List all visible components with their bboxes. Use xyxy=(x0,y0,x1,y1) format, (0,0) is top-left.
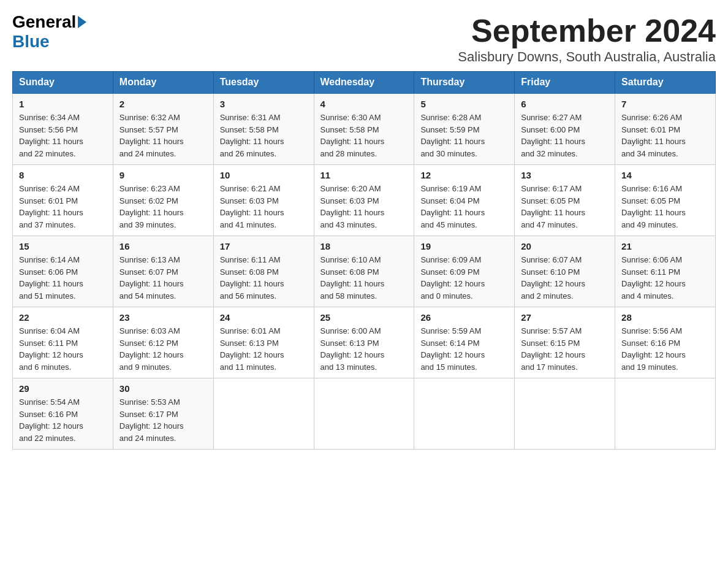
day-number: 27 xyxy=(521,312,609,323)
day-info: Sunrise: 6:16 AMSunset: 6:05 PMDaylight:… xyxy=(621,183,709,231)
day-info: Sunrise: 5:57 AMSunset: 6:15 PMDaylight:… xyxy=(521,325,609,373)
day-info: Sunrise: 6:23 AMSunset: 6:02 PMDaylight:… xyxy=(119,183,207,231)
calendar-cell: 14Sunrise: 6:16 AMSunset: 6:05 PMDayligh… xyxy=(615,165,716,236)
day-header-sunday: Sunday xyxy=(13,72,113,94)
day-number: 17 xyxy=(220,241,308,251)
calendar-week-2: 8Sunrise: 6:24 AMSunset: 6:01 PMDaylight… xyxy=(13,165,716,236)
calendar-cell: 5Sunrise: 6:28 AMSunset: 5:59 PMDaylight… xyxy=(414,93,515,165)
calendar-week-1: 1Sunrise: 6:34 AMSunset: 5:56 PMDaylight… xyxy=(13,93,716,165)
day-number: 7 xyxy=(621,99,709,109)
calendar-header-row: SundayMondayTuesdayWednesdayThursdayFrid… xyxy=(13,72,716,94)
calendar-cell: 30Sunrise: 5:53 AMSunset: 6:17 PMDayligh… xyxy=(113,378,213,450)
calendar-cell: 8Sunrise: 6:24 AMSunset: 6:01 PMDaylight… xyxy=(13,165,113,236)
calendar-cell xyxy=(515,378,615,450)
calendar-cell: 20Sunrise: 6:07 AMSunset: 6:10 PMDayligh… xyxy=(515,236,615,307)
calendar-cell: 11Sunrise: 6:20 AMSunset: 6:03 PMDayligh… xyxy=(314,165,414,236)
day-header-saturday: Saturday xyxy=(615,72,716,94)
day-info: Sunrise: 6:00 AMSunset: 6:13 PMDaylight:… xyxy=(320,325,408,373)
calendar-cell: 22Sunrise: 6:04 AMSunset: 6:11 PMDayligh… xyxy=(13,307,113,378)
day-number: 20 xyxy=(521,241,609,251)
day-number: 18 xyxy=(320,241,408,251)
day-number: 29 xyxy=(19,383,107,394)
logo: General Blue xyxy=(12,12,88,52)
day-number: 8 xyxy=(19,170,107,180)
day-number: 23 xyxy=(119,312,207,323)
day-info: Sunrise: 6:13 AMSunset: 6:07 PMDaylight:… xyxy=(119,254,207,302)
day-number: 12 xyxy=(420,170,508,180)
day-number: 13 xyxy=(521,170,609,180)
day-number: 11 xyxy=(320,170,408,180)
calendar-cell: 28Sunrise: 5:56 AMSunset: 6:16 PMDayligh… xyxy=(615,307,716,378)
day-info: Sunrise: 6:31 AMSunset: 5:58 PMDaylight:… xyxy=(220,112,308,159)
page-header: General Blue September 2024 Salisbury Do… xyxy=(12,12,716,65)
logo-blue-text: Blue xyxy=(12,32,50,52)
day-info: Sunrise: 6:09 AMSunset: 6:09 PMDaylight:… xyxy=(420,254,508,302)
calendar-cell: 23Sunrise: 6:03 AMSunset: 6:12 PMDayligh… xyxy=(113,307,213,378)
calendar-cell: 26Sunrise: 5:59 AMSunset: 6:14 PMDayligh… xyxy=(414,307,515,378)
day-number: 16 xyxy=(119,241,207,251)
day-info: Sunrise: 6:06 AMSunset: 6:11 PMDaylight:… xyxy=(621,254,709,302)
day-number: 10 xyxy=(220,170,308,180)
calendar-week-5: 29Sunrise: 5:54 AMSunset: 6:16 PMDayligh… xyxy=(13,378,716,450)
calendar-table: SundayMondayTuesdayWednesdayThursdayFrid… xyxy=(12,71,716,450)
calendar-cell: 25Sunrise: 6:00 AMSunset: 6:13 PMDayligh… xyxy=(314,307,414,378)
calendar-cell xyxy=(414,378,515,450)
day-info: Sunrise: 6:24 AMSunset: 6:01 PMDaylight:… xyxy=(19,183,107,231)
calendar-cell: 1Sunrise: 6:34 AMSunset: 5:56 PMDaylight… xyxy=(13,93,113,165)
location-subtitle: Salisbury Downs, South Australia, Austra… xyxy=(458,49,716,65)
calendar-cell xyxy=(314,378,414,450)
logo-general-text: General xyxy=(12,12,76,32)
day-info: Sunrise: 6:11 AMSunset: 6:08 PMDaylight:… xyxy=(220,254,308,302)
day-number: 4 xyxy=(320,99,408,109)
day-number: 15 xyxy=(19,241,107,251)
day-number: 19 xyxy=(420,241,508,251)
day-info: Sunrise: 6:17 AMSunset: 6:05 PMDaylight:… xyxy=(521,183,609,231)
day-number: 24 xyxy=(220,312,308,323)
day-number: 3 xyxy=(220,99,308,109)
calendar-cell: 16Sunrise: 6:13 AMSunset: 6:07 PMDayligh… xyxy=(113,236,213,307)
calendar-cell: 12Sunrise: 6:19 AMSunset: 6:04 PMDayligh… xyxy=(414,165,515,236)
calendar-cell: 13Sunrise: 6:17 AMSunset: 6:05 PMDayligh… xyxy=(515,165,615,236)
day-header-monday: Monday xyxy=(113,72,213,94)
day-info: Sunrise: 6:34 AMSunset: 5:56 PMDaylight:… xyxy=(19,112,107,159)
calendar-cell: 10Sunrise: 6:21 AMSunset: 6:03 PMDayligh… xyxy=(213,165,314,236)
calendar-cell: 24Sunrise: 6:01 AMSunset: 6:13 PMDayligh… xyxy=(213,307,314,378)
day-info: Sunrise: 6:26 AMSunset: 6:01 PMDaylight:… xyxy=(621,112,709,159)
day-number: 9 xyxy=(119,170,207,180)
day-number: 25 xyxy=(320,312,408,323)
day-info: Sunrise: 5:56 AMSunset: 6:16 PMDaylight:… xyxy=(621,325,709,373)
calendar-cell xyxy=(615,378,716,450)
day-info: Sunrise: 6:04 AMSunset: 6:11 PMDaylight:… xyxy=(19,325,107,373)
month-year-title: September 2024 xyxy=(458,12,716,49)
day-number: 6 xyxy=(521,99,609,109)
day-info: Sunrise: 6:28 AMSunset: 5:59 PMDaylight:… xyxy=(420,112,508,159)
day-header-friday: Friday xyxy=(515,72,615,94)
day-number: 2 xyxy=(119,99,207,109)
day-info: Sunrise: 6:19 AMSunset: 6:04 PMDaylight:… xyxy=(420,183,508,231)
day-header-wednesday: Wednesday xyxy=(314,72,414,94)
calendar-cell: 6Sunrise: 6:27 AMSunset: 6:00 PMDaylight… xyxy=(515,93,615,165)
day-number: 22 xyxy=(19,312,107,323)
calendar-cell: 4Sunrise: 6:30 AMSunset: 5:58 PMDaylight… xyxy=(314,93,414,165)
day-number: 1 xyxy=(19,99,107,109)
day-info: Sunrise: 6:20 AMSunset: 6:03 PMDaylight:… xyxy=(320,183,408,231)
day-number: 28 xyxy=(621,312,709,323)
day-number: 26 xyxy=(420,312,508,323)
calendar-cell: 7Sunrise: 6:26 AMSunset: 6:01 PMDaylight… xyxy=(615,93,716,165)
day-info: Sunrise: 6:01 AMSunset: 6:13 PMDaylight:… xyxy=(220,325,308,373)
day-info: Sunrise: 5:54 AMSunset: 6:16 PMDaylight:… xyxy=(19,396,107,444)
day-info: Sunrise: 6:21 AMSunset: 6:03 PMDaylight:… xyxy=(220,183,308,231)
title-section: September 2024 Salisbury Downs, South Au… xyxy=(458,12,716,65)
calendar-cell: 27Sunrise: 5:57 AMSunset: 6:15 PMDayligh… xyxy=(515,307,615,378)
day-number: 21 xyxy=(621,241,709,251)
calendar-cell: 21Sunrise: 6:06 AMSunset: 6:11 PMDayligh… xyxy=(615,236,716,307)
day-info: Sunrise: 6:14 AMSunset: 6:06 PMDaylight:… xyxy=(19,254,107,302)
day-number: 5 xyxy=(420,99,508,109)
calendar-week-3: 15Sunrise: 6:14 AMSunset: 6:06 PMDayligh… xyxy=(13,236,716,307)
calendar-cell: 3Sunrise: 6:31 AMSunset: 5:58 PMDaylight… xyxy=(213,93,314,165)
calendar-week-4: 22Sunrise: 6:04 AMSunset: 6:11 PMDayligh… xyxy=(13,307,716,378)
calendar-cell: 19Sunrise: 6:09 AMSunset: 6:09 PMDayligh… xyxy=(414,236,515,307)
day-info: Sunrise: 6:30 AMSunset: 5:58 PMDaylight:… xyxy=(320,112,408,159)
day-header-thursday: Thursday xyxy=(414,72,515,94)
calendar-cell: 18Sunrise: 6:10 AMSunset: 6:08 PMDayligh… xyxy=(314,236,414,307)
